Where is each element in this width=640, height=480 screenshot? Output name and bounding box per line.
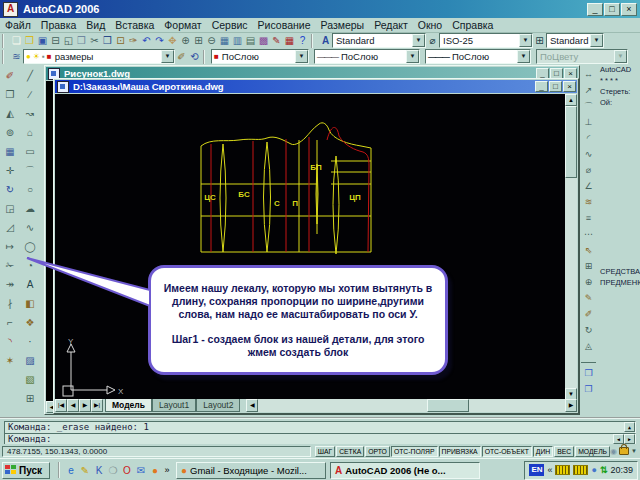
- language-indicator[interactable]: EN: [529, 464, 544, 476]
- internet-explorer-button[interactable]: e: [64, 462, 78, 478]
- status-menu-arrow-icon[interactable]: ▼: [631, 448, 637, 454]
- lineweight-combo[interactable]: ——— ПоСлою ▼: [425, 49, 531, 64]
- scroll-left-button[interactable]: ◀: [246, 399, 258, 412]
- close-button[interactable]: ×: [621, 3, 637, 16]
- quickcalc-button[interactable]: ▦: [283, 33, 296, 48]
- screen-menu-item[interactable]: AutoCAD: [599, 64, 640, 75]
- scroll-thumb[interactable]: [427, 399, 469, 412]
- dim-arc-length-button[interactable]: ⌒: [580, 98, 597, 114]
- network-activity-icon[interactable]: ⇅: [600, 465, 608, 475]
- menu-item[interactable]: Размеры: [316, 19, 370, 31]
- dim-diameter-button[interactable]: ⌀: [580, 162, 597, 178]
- publish-button[interactable]: ❒: [75, 33, 88, 48]
- quick-launch-overflow-button[interactable]: »: [162, 465, 172, 475]
- dim-continue-button[interactable]: ⋯: [580, 226, 597, 242]
- trim-button[interactable]: ✁: [1, 256, 19, 275]
- coordinates-readout[interactable]: 478.7155, 150.1343, 0.0000: [2, 446, 311, 457]
- point-button[interactable]: ·: [21, 332, 39, 351]
- cut-button[interactable]: ✂: [88, 33, 101, 48]
- hatch-button[interactable]: ▨: [21, 351, 39, 370]
- menu-item[interactable]: Редакт: [369, 19, 413, 31]
- next-tab-button[interactable]: ▶: [79, 399, 91, 412]
- copy-button[interactable]: ❐: [1, 85, 19, 104]
- polar-toggle[interactable]: ОТС-ПОЛЯР: [391, 446, 438, 457]
- quick-leader-button[interactable]: ⇖: [580, 242, 597, 258]
- table-style-icon[interactable]: ⊞: [533, 33, 546, 48]
- tray-indicator-icon[interactable]: [555, 465, 570, 475]
- table-button[interactable]: ⊞: [21, 389, 39, 408]
- table-style-combo[interactable]: Standard ▼: [546, 33, 604, 48]
- combo-arrow-icon[interactable]: ▼: [406, 50, 419, 63]
- markup-button[interactable]: ✎: [270, 33, 283, 48]
- combo-arrow-icon[interactable]: ▼: [519, 34, 532, 47]
- designcenter-button[interactable]: ▩: [257, 33, 270, 48]
- help-button[interactable]: ?: [296, 33, 309, 48]
- zoom-previous-button[interactable]: ⊖: [205, 33, 218, 48]
- dim-text-edit-button[interactable]: ✐: [580, 306, 597, 322]
- toolbar-grip[interactable]: [203, 50, 209, 64]
- plot-button[interactable]: ⊟: [49, 33, 62, 48]
- make-object-layer-current-button[interactable]: ✐: [175, 49, 188, 64]
- minimize-button[interactable]: _: [535, 81, 548, 92]
- properties-button[interactable]: ▤: [244, 33, 257, 48]
- zoom-realtime-button[interactable]: ⊕: [179, 33, 192, 48]
- first-tab-button[interactable]: |◀: [55, 399, 67, 412]
- dim-aligned-button[interactable]: ↗: [580, 82, 597, 98]
- zoom-window-button[interactable]: ⊞: [192, 33, 205, 48]
- copy-to-clipboard-button[interactable]: ❒: [101, 33, 114, 48]
- combo-arrow-icon[interactable]: ▼: [295, 50, 308, 63]
- last-tab-button[interactable]: ▶|: [91, 399, 103, 412]
- sheet-set-manager-button[interactable]: ▦: [218, 33, 231, 48]
- tray-indicator-icon[interactable]: [573, 465, 588, 475]
- stretch-button[interactable]: ◿: [1, 218, 19, 237]
- command-scroll-left-button[interactable]: ◀: [613, 434, 624, 444]
- extend-button[interactable]: ↠: [1, 275, 19, 294]
- grid-toggle[interactable]: СЕТКА: [336, 446, 364, 457]
- model-toggle[interactable]: МОДЕЛЬ: [575, 446, 610, 457]
- make-block-button[interactable]: ❖: [21, 313, 39, 332]
- command-scroll-up-button[interactable]: ▲: [624, 422, 635, 432]
- undo-button[interactable]: ↶: [140, 33, 153, 48]
- circle-button[interactable]: ○: [21, 180, 39, 199]
- offset-button[interactable]: ⊚: [1, 123, 19, 142]
- save-button[interactable]: ▣: [36, 33, 49, 48]
- dim-style-icon[interactable]: ⌀: [426, 33, 439, 48]
- markup-set-button[interactable]: ❐: [580, 381, 597, 397]
- menu-item[interactable]: Формат: [159, 19, 206, 31]
- dim-linear-button[interactable]: ↔: [580, 66, 597, 82]
- dim-style-button[interactable]: ◬: [580, 338, 597, 354]
- fillet-button[interactable]: ◝: [1, 332, 19, 351]
- lengthen-button[interactable]: ↦: [1, 237, 19, 256]
- dyn-toggle[interactable]: ДИН: [533, 446, 553, 457]
- layer-previous-button[interactable]: ⟲: [188, 49, 201, 64]
- ellipse-arc-button[interactable]: ◔: [21, 256, 39, 275]
- snap-toggle[interactable]: ШАГ: [315, 446, 335, 457]
- tray-collapse-icon[interactable]: «: [547, 465, 552, 475]
- center-mark-button[interactable]: ⊕: [580, 274, 597, 290]
- menu-item[interactable]: Сервис: [207, 19, 253, 31]
- horizontal-scrollbar[interactable]: ◀ ▶: [246, 399, 577, 412]
- arc-button[interactable]: ⌒: [21, 161, 39, 180]
- paste-button[interactable]: ⊡: [114, 33, 127, 48]
- prev-tab-button[interactable]: ◀: [67, 399, 79, 412]
- screen-menu-item[interactable]: Ой:: [599, 97, 640, 108]
- scale-button[interactable]: ◲: [1, 199, 19, 218]
- open-file-button[interactable]: ❐: [23, 33, 36, 48]
- explode-button[interactable]: ✶: [1, 351, 19, 370]
- rectangle-button[interactable]: ▭: [21, 142, 39, 161]
- combo-arrow-icon[interactable]: ▼: [517, 50, 530, 63]
- combo-arrow-icon[interactable]: ▼: [412, 34, 425, 47]
- quick-dimension-button[interactable]: ≋: [580, 194, 597, 210]
- menu-item[interactable]: Рисование: [253, 19, 316, 31]
- text-style-icon[interactable]: A: [319, 33, 332, 48]
- ellipse-button[interactable]: ◯: [21, 237, 39, 256]
- screen-menu-item[interactable]: ПРЕДМЕНЮ: [599, 277, 640, 288]
- start-button[interactable]: Пуск: [2, 462, 50, 479]
- rotate-button[interactable]: ↻: [1, 180, 19, 199]
- screen-menu-item[interactable]: * * * *: [599, 75, 640, 86]
- multiline-text-button[interactable]: A: [21, 275, 39, 294]
- opera-button[interactable]: O: [120, 462, 134, 478]
- scroll-thumb[interactable]: [565, 106, 577, 178]
- dim-radius-button[interactable]: ◜: [580, 130, 597, 146]
- combo-arrow-icon[interactable]: ▼: [161, 50, 174, 63]
